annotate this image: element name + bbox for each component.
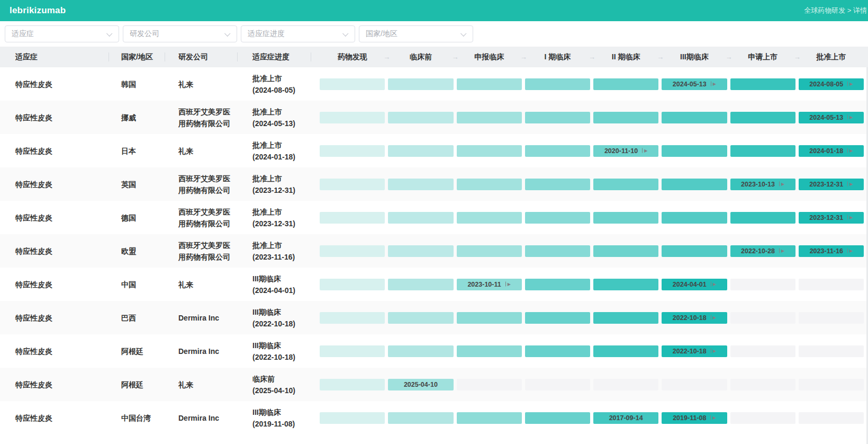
stage-bar <box>525 112 590 123</box>
indication-cell: 特应性皮炎 <box>0 279 108 290</box>
stage-bar[interactable]: 2024-04-01▶ <box>662 279 727 290</box>
stage-bar <box>320 145 385 157</box>
stage-bar <box>525 179 590 190</box>
stage-bar[interactable]: 2024-05-13▶ <box>662 78 727 90</box>
filter-region-select[interactable]: 国家/地区 <box>359 25 473 42</box>
stage-bar-date: 2022-10-28 <box>741 247 775 255</box>
stage-column-header: 申请上市→ <box>729 52 797 62</box>
stage-bar <box>388 78 453 90</box>
table-row: 特应性皮炎 阿根廷 Dermira Inc III期临床 (2022-10-18… <box>0 334 868 368</box>
stage-bar-date: 2024-05-13 <box>673 81 707 88</box>
stage-cells: 2022-10-18▶ <box>311 301 868 334</box>
stage-bar <box>662 379 727 390</box>
table-row: 特应性皮炎 韩国 礼来 批准上市 (2024-08-05) 2024-05-13… <box>0 67 868 101</box>
progress-date: (2025-04-10) <box>252 385 311 396</box>
stage-bar <box>388 145 453 157</box>
indication-cell: 特应性皮炎 <box>0 245 108 257</box>
breadcrumb[interactable]: 全球药物研发 > 详情 <box>804 0 867 21</box>
stage-cells: 2024-05-13▶2024-08-05▶ <box>311 67 868 101</box>
stage-column-header: 药物发现→ <box>318 52 386 62</box>
stage-bar <box>457 312 522 324</box>
stage-bar <box>320 112 385 123</box>
stage-bar <box>730 412 795 424</box>
progress-cell: 批准上市 (2023-12-31) <box>237 206 311 229</box>
stage-bar <box>388 312 453 324</box>
progress-date: (2024-05-13) <box>252 118 311 129</box>
step-forward-icon: ▶ <box>505 282 511 287</box>
progress-cell: 批准上市 (2024-05-13) <box>237 106 311 129</box>
progress-stage: 临床前 <box>252 373 311 385</box>
stage-bar <box>525 379 590 390</box>
stage-bar <box>799 345 864 357</box>
table-header: 适应症 国家/地区 研发公司 适应症进度 药物发现→临床前→申报临床→I 期临床… <box>0 47 868 67</box>
progress-date: (2024-01-18) <box>252 151 311 163</box>
stage-bar <box>320 179 385 190</box>
stage-cells: 2024-05-13▶ <box>311 101 868 134</box>
progress-date: (2022-10-18) <box>252 318 311 330</box>
stage-cells: 2023-12-31▶ <box>311 201 868 234</box>
stage-cells: 2023-10-11▶2024-04-01▶ <box>311 268 868 301</box>
stage-bar[interactable]: 2017-09-14 <box>593 412 658 424</box>
stage-bar[interactable]: 2023-10-13▶ <box>730 179 795 190</box>
stage-bar <box>525 78 590 90</box>
progress-date: (2019-11-08) <box>252 418 311 430</box>
filter-progress-select[interactable]: 适应症进度 <box>241 25 355 42</box>
table-row: 特应性皮炎 阿根廷 礼来 临床前 (2025-04-10) 2025-04-10 <box>0 368 868 401</box>
stage-bar <box>457 345 522 357</box>
stage-bar[interactable]: 2022-10-18▶ <box>662 345 727 357</box>
step-forward-icon: ▶ <box>711 315 716 320</box>
stage-bar[interactable]: 2024-05-13▶ <box>799 112 864 123</box>
country-cell: 欧盟 <box>108 245 165 257</box>
stage-bar <box>388 179 453 190</box>
stage-bar <box>593 312 658 324</box>
stage-bar[interactable]: 2025-04-10 <box>388 379 453 390</box>
table-row: 特应性皮炎 欧盟 西班牙艾美罗医用药物有限公司 批准上市 (2023-11-16… <box>0 234 868 268</box>
topbar: lebrikizumab 全球药物研发 > 详情 <box>0 0 868 21</box>
stage-bar <box>662 245 727 257</box>
stage-bar[interactable]: 2023-12-31▶ <box>799 212 864 224</box>
stage-bar-date: 2019-11-08 <box>673 414 706 422</box>
stage-bar[interactable]: 2019-11-08▶ <box>662 412 727 424</box>
stage-column-header: 申报临床→ <box>455 52 523 62</box>
stage-headers: 药物发现→临床前→申报临床→I 期临床→II 期临床→III期临床→申请上市→批… <box>311 47 868 67</box>
stage-bar-date: 2023-11-16 <box>810 247 843 255</box>
stage-bar[interactable]: 2020-11-10▶ <box>593 145 658 157</box>
stage-bar <box>457 78 522 90</box>
step-forward-icon: ▶ <box>779 248 784 253</box>
stage-bar[interactable]: 2023-11-16▶ <box>799 245 864 257</box>
company-cell: Dermira Inc <box>165 312 237 324</box>
table-row: 特应性皮炎 挪威 西班牙艾美罗医用药物有限公司 批准上市 (2024-05-13… <box>0 101 868 134</box>
stage-bar <box>730 78 795 90</box>
table-row: 特应性皮炎 英国 西班牙艾美罗医用药物有限公司 批准上市 (2023-12-31… <box>0 167 868 201</box>
stage-bar <box>730 312 795 324</box>
company-cell: 西班牙艾美罗医用药物有限公司 <box>165 106 237 129</box>
stage-bar-date: 2017-09-14 <box>609 414 643 422</box>
step-forward-icon: ▶ <box>642 148 647 153</box>
filter-indication-select[interactable]: 适应症 <box>5 25 119 42</box>
filter-company-select[interactable]: 研发公司 <box>123 25 237 42</box>
stage-cells: 2022-10-18▶ <box>311 334 868 368</box>
stage-bar[interactable]: 2022-10-28▶ <box>730 245 795 257</box>
stage-cells: 2017-09-142019-11-08▶ <box>311 401 868 434</box>
stage-bar[interactable]: 2023-12-31▶ <box>799 179 864 190</box>
stage-bar[interactable]: 2024-01-18▶ <box>799 145 864 157</box>
page-title: lebrikizumab <box>0 5 66 16</box>
stage-bar[interactable]: 2023-10-11▶ <box>457 279 522 290</box>
progress-date: (2024-04-01) <box>252 285 311 296</box>
indication-cell: 特应性皮炎 <box>0 412 108 424</box>
stage-bar <box>593 78 658 90</box>
progress-stage: 批准上市 <box>252 206 311 218</box>
stage-bar[interactable]: 2024-08-05▶ <box>799 78 864 90</box>
country-cell: 韩国 <box>108 78 165 90</box>
stage-bar[interactable]: 2022-10-18▶ <box>662 312 727 324</box>
stage-cells: 2025-04-10 <box>311 368 868 401</box>
stage-bar <box>662 112 727 123</box>
step-forward-icon: ▶ <box>711 349 716 353</box>
progress-stage: 批准上市 <box>252 139 311 151</box>
stage-bar <box>457 379 522 390</box>
progress-date: (2024-08-05) <box>252 84 311 96</box>
stage-bar <box>730 279 795 290</box>
stage-bar <box>799 412 864 424</box>
company-cell: 礼来 <box>165 379 237 390</box>
column-header-country: 国家/地区 <box>108 47 165 67</box>
